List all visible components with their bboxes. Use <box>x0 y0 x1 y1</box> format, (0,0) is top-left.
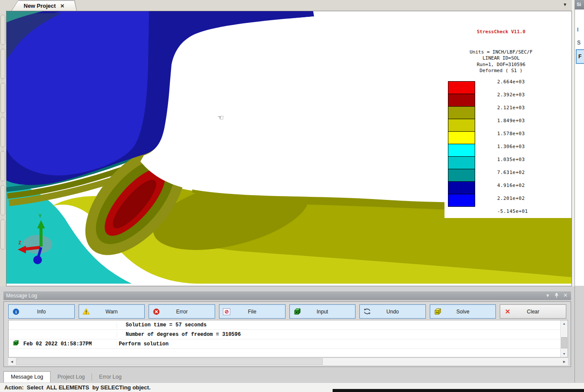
vertical-scrollbar[interactable]: ▲ ▼ <box>560 320 568 357</box>
left-strip <box>0 11 6 286</box>
scroll-left-icon[interactable]: ◀ <box>8 358 16 365</box>
log-message: Perform solution <box>117 341 568 347</box>
message-log-title: Message Log <box>6 293 37 299</box>
side-panel-header: Si <box>575 0 584 9</box>
side-panel: Si I S F <box>574 0 584 392</box>
legend-value: 1.306e+03 <box>497 144 525 149</box>
side-panel-body: I S F <box>575 9 584 286</box>
message-log-list: Solution time = 57 seconds Number of deg… <box>8 320 568 357</box>
undo-button[interactable]: Undo <box>359 304 426 319</box>
tab-message-log[interactable]: Message Log <box>3 371 51 383</box>
legend-value: 1.578e+03 <box>497 131 525 136</box>
legend-value: 2.201e+02 <box>497 196 525 201</box>
legend-swatch <box>448 131 475 144</box>
collapsed-panel-handle[interactable] <box>0 49 5 79</box>
green-cube-icon <box>9 340 23 348</box>
document-tab[interactable]: New Project ✕ <box>11 0 77 11</box>
window-edge <box>333 389 584 392</box>
side-panel-item-highlighted[interactable]: F <box>576 49 584 64</box>
annotation-line: LINEAR ID=SOL <box>430 55 572 62</box>
error-filter-button[interactable]: Error <box>149 304 215 319</box>
message-log-panel: i Info ! Warn Error ⊘ File Input <box>3 301 571 367</box>
scroll-up-icon[interactable]: ▲ <box>561 320 568 327</box>
vertical-scroll-thumb[interactable] <box>561 337 567 348</box>
side-panel-item[interactable]: S <box>577 40 581 46</box>
triad-z-label: Z <box>19 240 21 245</box>
collapsed-panel-handle[interactable] <box>0 185 5 215</box>
scroll-right-icon[interactable]: ▶ <box>561 358 568 365</box>
tab-overflow-chevron-icon[interactable]: ▼ <box>563 2 567 7</box>
tab-error-log[interactable]: Error Log <box>92 372 128 383</box>
model-viewport[interactable]: Y Z ☜ StressCheck V11.0 Units = INCH/LBF… <box>6 11 572 286</box>
horizontal-scroll-thumb[interactable] <box>16 358 323 365</box>
tab-project-log[interactable]: Project Log <box>51 372 92 383</box>
log-row[interactable]: Number of degrees of freedom = 310596 <box>9 330 568 339</box>
legend-value: 2.392e+03 <box>497 92 525 98</box>
side-panel-item[interactable]: I <box>577 27 578 33</box>
collapsed-panel-handle[interactable] <box>0 117 5 147</box>
triad-y-label: Y <box>38 213 42 218</box>
warn-filter-button[interactable]: ! Warn <box>79 304 145 319</box>
scroll-down-icon[interactable]: ▼ <box>561 351 568 357</box>
legend-value: 7.631e+02 <box>497 170 525 175</box>
log-row[interactable]: Solution time = 57 seconds <box>9 320 568 330</box>
collapsed-panel-handle[interactable] <box>0 219 5 250</box>
log-row-empty <box>9 349 568 358</box>
collapsed-panel-handle[interactable] <box>0 15 5 45</box>
legend-value: 1.849e+03 <box>497 118 525 123</box>
legend-swatch <box>448 194 475 207</box>
info-filter-button[interactable]: i Info <box>8 304 75 319</box>
legend-swatch <box>448 169 475 182</box>
legend-value: -5.145e+01 <box>497 209 528 214</box>
close-tab-icon[interactable]: ✕ <box>60 3 64 9</box>
contour-legend: 2.664e+032.392e+032.121e+031.849e+031.57… <box>444 74 571 218</box>
collapse-chevron-icon[interactable]: ▼ <box>546 293 550 298</box>
legend-swatches <box>448 82 475 207</box>
legend-swatch <box>448 119 475 132</box>
legend-value: 4.916e+02 <box>497 183 525 188</box>
legend-swatch <box>448 106 475 119</box>
legend-value: 2.121e+03 <box>497 105 525 111</box>
pointer-cursor-icon: ☜ <box>217 114 224 122</box>
annotation-line: Deformed ( S1 ) <box>430 68 572 74</box>
close-panel-icon[interactable]: ✕ <box>563 293 568 298</box>
application-window: New Project ✕ ▼ <box>0 0 584 392</box>
document-tab-bar: New Project ✕ ▼ <box>0 0 574 11</box>
log-message: Solution time = 57 seconds <box>117 322 568 328</box>
solve-button[interactable]: m Solve <box>430 304 496 319</box>
legend-value: 1.035e+03 <box>497 157 525 162</box>
log-tab-strip: Message Log Project Log Error Log <box>3 370 128 383</box>
message-log-toolbar: i Info ! Warn Error ⊘ File Input <box>8 304 566 319</box>
clear-button[interactable]: ✕ Clear <box>500 304 566 319</box>
legend-value: 2.664e+03 <box>497 79 525 85</box>
log-timestamp: Feb 02 2022 01:58:37PM <box>23 341 117 347</box>
horizontal-scrollbar[interactable]: ◀ ▶ <box>8 358 568 365</box>
file-filter-button[interactable]: ⊘ File <box>219 304 286 319</box>
document-tab-title: New Project <box>24 3 56 9</box>
legend-swatch <box>448 181 475 194</box>
legend-swatch <box>448 144 475 157</box>
annotation-title: StressCheck V11.0 <box>430 29 572 35</box>
log-message: Number of degrees of freedom = 310596 <box>117 332 568 338</box>
annotation-line: Run=1, DOF=310596 <box>430 62 572 68</box>
legend-swatch <box>448 94 475 107</box>
legend-swatch <box>448 81 475 94</box>
annotation-line: Units = INCH/LBF/SEC/F <box>430 49 572 56</box>
pin-icon[interactable] <box>554 293 559 298</box>
legend-swatch <box>448 156 475 169</box>
message-log-titlebar: Message Log ▼ ✕ <box>3 291 571 300</box>
log-row[interactable]: Feb 02 2022 01:58:37PM Perform solution <box>9 339 568 349</box>
input-filter-button[interactable]: Input <box>289 304 356 319</box>
collapsed-panel-handle[interactable] <box>0 151 5 181</box>
collapsed-panel-handle[interactable] <box>0 83 5 113</box>
